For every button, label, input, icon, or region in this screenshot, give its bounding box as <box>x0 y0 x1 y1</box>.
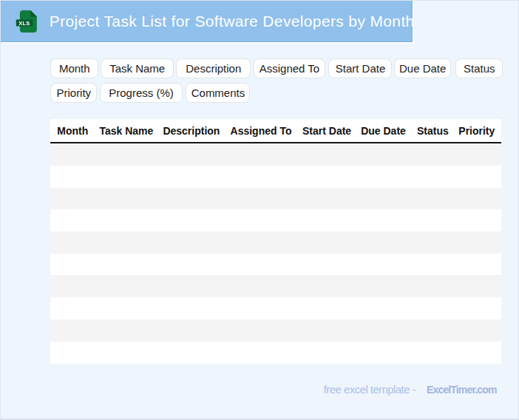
svg-text:XLS: XLS <box>18 20 30 27</box>
